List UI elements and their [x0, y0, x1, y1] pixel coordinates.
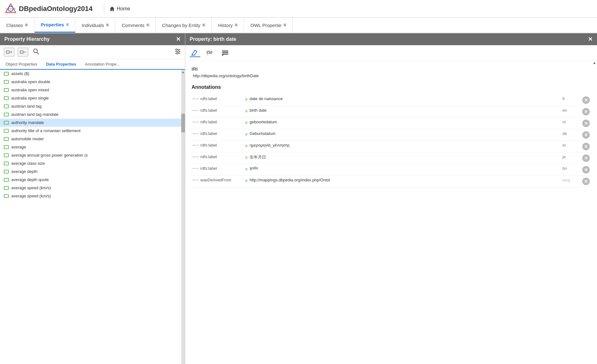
prop-label-austrian-mandate: austrian land tag mandate — [11, 112, 58, 117]
ann-value-1: date de naissance — [250, 96, 283, 101]
nav-changes-label: Changes by Entity — [162, 23, 200, 28]
list-item[interactable]: average speed (km/s) — [0, 192, 185, 200]
remove-btn-6[interactable]: ✕ — [582, 154, 590, 162]
remove-btn-3[interactable]: ✕ — [582, 120, 590, 127]
property-list[interactable]: ▲ assets ($) australia open double austr… — [0, 70, 185, 364]
nav-item-classes[interactable]: Classes ≡ — [0, 18, 35, 33]
add-icon — [6, 50, 12, 55]
prop-icon-austrian-mandate — [4, 113, 9, 116]
ann-lang-5: el — [562, 143, 578, 147]
prop-icon-aus-single — [4, 96, 9, 100]
list-item[interactable]: australia open mixed — [0, 86, 185, 94]
iri-value: http://dbpedia.org/ontology/birthDate — [193, 73, 591, 78]
remove-btn-8[interactable]: ✕ — [582, 178, 590, 185]
ann-key-2: rdfs:label — [200, 108, 217, 113]
ann-value-8: http://mappings.dbpedia.org/index.php/On… — [250, 178, 330, 182]
list-tool-button[interactable] — [220, 48, 231, 57]
list-item[interactable]: automobile model — [0, 135, 185, 143]
list-item[interactable]: austrian land tag — [0, 102, 185, 110]
ann-link-icon: ⊸⊸ — [192, 108, 198, 113]
list-item[interactable]: assets ($) — [0, 70, 185, 78]
filter-button[interactable] — [174, 48, 181, 56]
remove-btn-7[interactable]: ✕ — [582, 166, 590, 174]
prop-icon-automobile — [4, 137, 9, 141]
nav-item-changes-by-entity[interactable]: Changes by Entity ≡ — [156, 18, 212, 33]
list-item[interactable]: australia open double — [0, 78, 185, 86]
list-item[interactable]: average depth quote — [0, 176, 185, 184]
ann-lang-2: en — [562, 108, 578, 113]
scroll-thumb[interactable] — [181, 114, 185, 132]
nav-item-individuals[interactable]: Individuals ≡ — [75, 18, 115, 33]
tab-data-properties[interactable]: Data Properties — [41, 59, 80, 70]
app-logo: DBpediaOntology2014 — [5, 3, 93, 14]
left-panel-header: Property Hierarchy ✕ — [0, 33, 185, 45]
search-button[interactable] — [33, 48, 40, 56]
ann-link-icon: ⊸⊸ — [192, 178, 198, 182]
chain-tool-button[interactable] — [205, 48, 215, 57]
prop-label-assets: assets ($) — [11, 71, 29, 76]
svg-point-8 — [34, 49, 37, 53]
prop-icon-avg-class — [4, 162, 9, 165]
svg-rect-6 — [20, 51, 23, 53]
svg-point-13 — [176, 49, 177, 50]
right-panel-close-button[interactable]: ✕ — [588, 36, 593, 42]
sub-tabs: Object Properties Data Properties Annota… — [0, 59, 185, 70]
left-toolbar — [0, 45, 185, 59]
prop-icon-avg-speed2 — [4, 194, 9, 198]
ann-action-4: ✕ — [581, 131, 591, 139]
list-item[interactable]: average — [0, 143, 185, 151]
list-item[interactable]: austrian land tag mandate — [0, 110, 185, 119]
remove-property-button[interactable] — [18, 48, 28, 56]
ann-lang-6: ja — [562, 154, 578, 159]
ann-value-7: জন্মদিন — [250, 166, 258, 171]
home-label: Home — [117, 6, 130, 12]
annotation-row: ⊸⊸ rdfs:label ≡ ημερομηνία_γέννησης el ✕ — [192, 141, 591, 153]
left-panel-close-button[interactable]: ✕ — [176, 36, 181, 42]
list-item[interactable]: average depth — [0, 168, 185, 176]
ann-action-5: ✕ — [581, 143, 591, 150]
list-scrollbar[interactable]: ▲ — [181, 70, 185, 364]
prop-label-authority-title: authority title of a romanian settlement — [11, 128, 80, 133]
prop-icon-aus-double — [4, 80, 9, 84]
list-item[interactable]: australia open single — [0, 94, 185, 102]
remove-btn-5[interactable]: ✕ — [582, 143, 590, 150]
ann-lang-1: fr — [562, 96, 578, 101]
prop-label-automobile: automobile model — [11, 136, 44, 141]
properties-menu-icon: ≡ — [66, 22, 69, 28]
annotation-row: ⊸⊸ rdfs:label ≡ date de naissance fr ✕ — [192, 94, 591, 106]
annotation-row: ⊸⊸ rdfs:label ≡ Geburtsdatum de ✕ — [192, 129, 591, 141]
app-header: DBpediaOntology2014 Home — [0, 0, 597, 18]
nav-item-properties[interactable]: Properties ≡ — [35, 18, 76, 33]
prop-label-average: average — [11, 145, 26, 149]
tab-object-properties[interactable]: Object Properties — [1, 59, 41, 69]
list-item[interactable]: authority title of a romanian settlement — [0, 127, 185, 135]
list-item[interactable]: average annual gross power generation (s — [0, 151, 185, 159]
list-item-selected[interactable]: authority mandate — [0, 119, 185, 127]
ann-list-icon-7: ≡ — [245, 166, 248, 172]
tab-annotation-properties[interactable]: Annotation Prope... — [81, 59, 124, 69]
nav-item-comments[interactable]: Comments ≡ — [115, 18, 156, 33]
home-link[interactable]: Home — [109, 6, 130, 12]
prop-label-average-annual: average annual gross power generation (s — [11, 153, 88, 158]
prop-label-austrian-land: austrian land tag — [11, 104, 41, 109]
nav-individuals-label: Individuals — [82, 23, 104, 28]
ann-value-2: birth date — [250, 108, 267, 113]
ann-action-2: ✕ — [581, 108, 591, 115]
list-item[interactable]: average speed (km/s) — [0, 184, 185, 192]
content-scroll-up[interactable]: ▲ — [592, 61, 597, 65]
header-divider — [104, 3, 104, 14]
nav-item-owl-properties[interactable]: OWL Propertie ≡ — [244, 18, 293, 33]
remove-btn-4[interactable]: ✕ — [582, 131, 590, 139]
left-panel-title: Property Hierarchy — [4, 36, 50, 42]
add-property-button[interactable] — [4, 48, 14, 56]
edit-tool-button[interactable] — [190, 48, 200, 57]
scroll-up-arrow[interactable]: ▲ — [181, 70, 185, 74]
annotations-list: ⊸⊸ rdfs:label ≡ date de naissance fr ✕ ⊸… — [192, 94, 591, 187]
nav-item-history[interactable]: History ≡ — [212, 18, 244, 33]
ann-value-4: Geburtsdatum — [250, 131, 275, 136]
ann-key-3: rdfs:label — [200, 120, 217, 124]
remove-btn-2[interactable]: ✕ — [582, 108, 590, 115]
list-item[interactable]: average class size — [0, 159, 185, 168]
ann-key-5: rdfs:label — [200, 143, 217, 147]
remove-btn-1[interactable]: ✕ — [582, 96, 590, 104]
